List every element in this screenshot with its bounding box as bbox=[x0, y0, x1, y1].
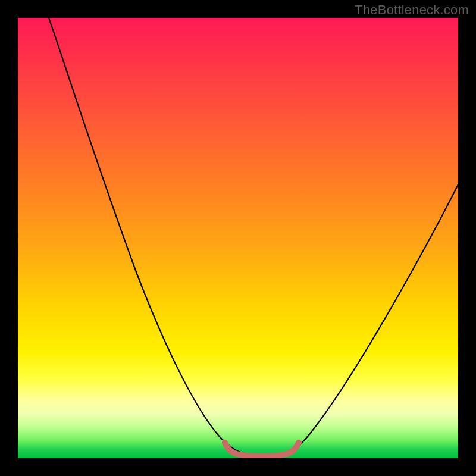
bottleneck-curve-path bbox=[49, 18, 458, 455]
chart-frame: TheBottleneck.com bbox=[0, 0, 476, 476]
curve-layer bbox=[18, 18, 458, 458]
watermark-text: TheBottleneck.com bbox=[355, 2, 469, 18]
plot-area bbox=[18, 18, 458, 458]
